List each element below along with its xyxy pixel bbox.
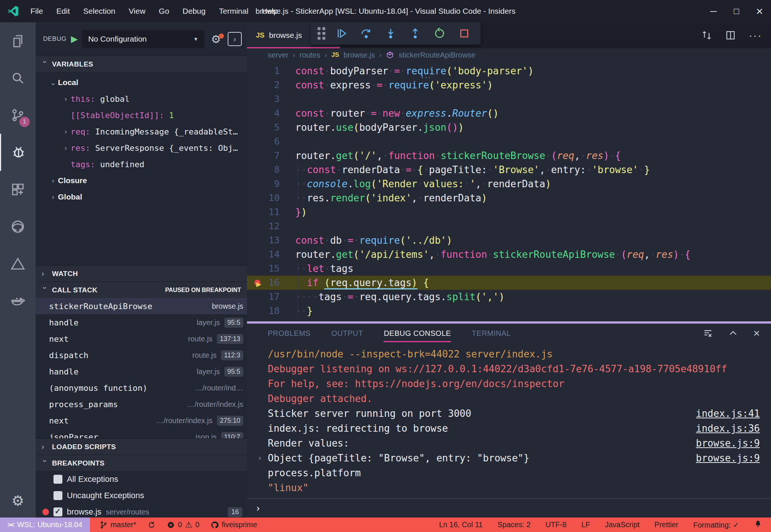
breadcrumb-file[interactable]: browse.js: [344, 51, 375, 59]
variable-row[interactable]: ›res: ServerResponse {_events: Obj…: [36, 140, 247, 156]
paused-breakpoint-icon[interactable]: ▶: [254, 279, 264, 287]
code-line-2[interactable]: 2const·express·=·require('express'): [247, 78, 771, 92]
settings-gear-icon[interactable]: ⚙: [12, 484, 24, 518]
console-line[interactable]: process.platform: [247, 466, 771, 480]
github-icon[interactable]: [0, 208, 36, 245]
code-line-16[interactable]: 16▶··if·(req.query.tags)·{: [247, 276, 771, 290]
eol-item[interactable]: LF: [581, 520, 590, 529]
code-line-15[interactable]: 15··let·tags: [247, 262, 771, 276]
code-line-5[interactable]: 5router.use(bodyParser.json()): [247, 120, 771, 134]
source-link[interactable]: browse.js:9: [696, 436, 760, 451]
console-line[interactable]: index.js: redirecting to browseindex.js:…: [247, 421, 771, 436]
start-debug-icon[interactable]: ▶: [71, 34, 78, 44]
close-panel-icon[interactable]: ×: [753, 327, 760, 340]
console-line[interactable]: ›Object {pageTitle: "Browse", entry: "br…: [247, 451, 771, 466]
breakpoint-row[interactable]: All Exceptions: [36, 471, 247, 487]
line-number[interactable]: 14: [247, 247, 280, 262]
call-stack-frame[interactable]: process_params…/router/index.js: [36, 396, 247, 412]
maximize-panel-icon[interactable]: [728, 328, 738, 338]
minimize-button[interactable]: ─: [702, 0, 725, 22]
code-line-1[interactable]: 1const·bodyParser·=·require('body-parser…: [247, 64, 771, 78]
breakpoint-row[interactable]: browse.jsserver/routes16: [36, 504, 247, 518]
line-number[interactable]: 17: [247, 290, 280, 304]
search-icon[interactable]: [0, 59, 36, 97]
call-stack-frame[interactable]: nextroute.js137:13: [36, 331, 247, 347]
tab-output[interactable]: OUTPUT: [331, 324, 363, 343]
call-stack-section-header[interactable]: › CALL STACK PAUSED ON BREAKPOINT: [36, 282, 247, 298]
close-button[interactable]: ×: [748, 0, 771, 22]
line-number[interactable]: 15: [247, 262, 280, 276]
stop-button[interactable]: [455, 25, 474, 42]
code-line-13[interactable]: 13const·db·=·require('../db'): [247, 233, 771, 247]
source-link[interactable]: index.js:36: [696, 421, 760, 436]
call-stack-frame[interactable]: (anonymous function)…/router/ind…: [36, 380, 247, 396]
line-number[interactable]: 12: [247, 219, 280, 233]
console-line[interactable]: Sticker server running on port 3000index…: [247, 406, 771, 421]
source-control-icon[interactable]: 1: [0, 97, 36, 134]
code-line-17[interactable]: 17····tags·=·req.query.tags.split(','): [247, 290, 771, 304]
tab-terminal[interactable]: TERMINAL: [472, 324, 511, 343]
cursor-position-item[interactable]: Ln 16, Col 11: [439, 520, 483, 529]
call-stack-frame[interactable]: stickerRouteApiBrowsebrowse.js: [36, 298, 247, 314]
line-number[interactable]: 18: [247, 304, 280, 318]
breadcrumb-symbol[interactable]: stickerRouteApiBrowse: [398, 51, 475, 59]
git-branch-item[interactable]: master*: [100, 520, 136, 529]
open-changes-icon[interactable]: [701, 30, 712, 41]
clear-console-icon[interactable]: [703, 328, 713, 338]
problems-item[interactable]: 0 ⚠ 0: [167, 520, 199, 530]
code-line-9[interactable]: 9··console.log('Render·values:·',·render…: [247, 177, 771, 191]
line-number[interactable]: 1: [247, 64, 280, 78]
tab-problems[interactable]: PROBLEMS: [268, 324, 310, 343]
variable-row[interactable]: ›Closure: [36, 172, 247, 189]
line-number[interactable]: 9: [247, 177, 280, 191]
menu-debug[interactable]: Debug: [178, 4, 211, 18]
menu-edit[interactable]: Edit: [51, 4, 75, 18]
breakpoint-checkbox[interactable]: [53, 491, 62, 500]
variable-row[interactable]: ›Global: [36, 189, 247, 205]
code-line-7[interactable]: 7router.get('/',·function·stickerRouteBr…: [247, 149, 771, 163]
toolbar-drag-handle[interactable]: [318, 27, 325, 40]
menu-file[interactable]: File: [25, 4, 48, 18]
menu-view[interactable]: View: [123, 4, 150, 18]
indentation-item[interactable]: Spaces: 2: [498, 520, 531, 529]
call-stack-frame[interactable]: dispatchroute.js112:3: [36, 347, 247, 363]
line-number[interactable]: 11: [247, 205, 280, 219]
variable-row[interactable]: ›this: global: [36, 91, 247, 107]
explorer-icon[interactable]: [0, 22, 36, 59]
debug-console-input[interactable]: ›: [247, 498, 771, 518]
loaded-scripts-section-header[interactable]: › LOADED SCRIPTS: [36, 438, 247, 455]
configure-gear-icon[interactable]: ⚙: [209, 33, 223, 46]
console-line[interactable]: Debugger listening on ws://127.0.0.1:440…: [247, 361, 771, 376]
encoding-item[interactable]: UTF-8: [546, 520, 567, 529]
console-line[interactable]: /usr/bin/node --inspect-brk=44022 server…: [247, 347, 771, 361]
code-line-14[interactable]: 14router.get('/api/items',·function·stic…: [247, 247, 771, 262]
call-stack-frame[interactable]: handlelayer.js95:5: [36, 363, 247, 380]
maximize-button[interactable]: □: [725, 0, 748, 22]
prettier-item[interactable]: Prettier: [654, 520, 678, 529]
console-line[interactable]: Render values:browse.js:9: [247, 436, 771, 451]
source-link[interactable]: browse.js:9: [696, 451, 760, 466]
code-line-6[interactable]: 6: [247, 134, 771, 149]
open-debug-console-icon[interactable]: ›: [228, 32, 242, 46]
formatting-item[interactable]: Formatting: ✓: [693, 520, 739, 529]
tab-debug-console[interactable]: DEBUG CONSOLE: [384, 324, 451, 343]
code-line-12[interactable]: 12: [247, 219, 771, 233]
console-line[interactable]: "linux": [247, 480, 771, 495]
line-number[interactable]: 7: [247, 149, 280, 163]
code-line-10[interactable]: 10··res.render('index',·renderData): [247, 191, 771, 205]
menu-go[interactable]: Go: [154, 4, 175, 18]
code-line-3[interactable]: 3: [247, 92, 771, 106]
code-line-4[interactable]: 4const·router·=·new·express.Router(): [247, 106, 771, 120]
variable-row[interactable]: [[StableObjectId]]: 1: [36, 107, 247, 123]
breakpoints-section-header[interactable]: › BREAKPOINTS: [36, 455, 247, 471]
notifications-bell-icon[interactable]: [754, 520, 762, 530]
step-out-button[interactable]: [406, 25, 425, 42]
code-line-18[interactable]: 18··}: [247, 304, 771, 318]
watch-section-header[interactable]: › WATCH: [36, 265, 247, 282]
continue-button[interactable]: [332, 25, 351, 42]
code-line-8[interactable]: 8··const·renderData·=·{·pageTitle:·'Brow…: [247, 163, 771, 177]
extensions-icon[interactable]: [0, 171, 36, 208]
breakpoint-row[interactable]: Uncaught Exceptions: [36, 487, 247, 504]
sync-item[interactable]: [147, 521, 156, 529]
variable-row[interactable]: tags: undefined: [36, 156, 247, 172]
